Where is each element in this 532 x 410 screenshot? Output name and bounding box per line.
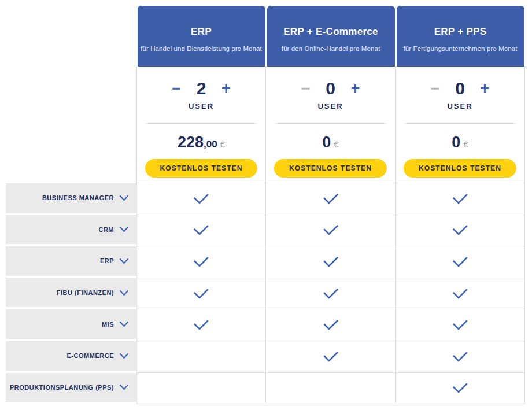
pricing-table: ERP für Handel und Dienstleistung pro Mo… xyxy=(0,0,532,404)
feature-row-label: E-COMMERCE xyxy=(67,352,114,359)
check-icon xyxy=(193,193,210,205)
divider xyxy=(275,123,386,124)
user-stepper: − 2 + xyxy=(163,79,239,98)
feature-cell xyxy=(136,215,266,247)
feature-cell xyxy=(136,246,266,278)
feature-cell xyxy=(266,246,396,278)
user-count: 2 xyxy=(190,79,213,98)
increase-user-button[interactable]: + xyxy=(342,79,369,98)
feature-row-toggle[interactable]: CRM xyxy=(6,215,136,247)
plan-header: ERP + PPS für Fertigungsunternehmen pro … xyxy=(397,6,524,67)
feature-cell xyxy=(266,215,396,247)
check-icon xyxy=(193,288,210,300)
feature-row-label: CRM xyxy=(98,226,114,233)
feature-cell xyxy=(396,341,525,373)
price: 0€ xyxy=(452,135,468,152)
plan-title: ERP + PPS xyxy=(434,26,487,38)
price-amount: 0 xyxy=(322,134,331,151)
chevron-down-icon xyxy=(119,258,129,264)
feature-row-toggle[interactable]: BUSINESS MANAGER xyxy=(6,183,136,215)
plan-pricing-panel: − 2 + USER 228,00€ KOSTENLOS TESTEN xyxy=(136,67,266,183)
check-icon xyxy=(322,256,339,268)
decrease-user-button[interactable]: − xyxy=(163,79,190,98)
feature-cell xyxy=(266,309,396,341)
feature-row-label: BUSINESS MANAGER xyxy=(42,194,114,201)
feature-row-toggle[interactable]: E-COMMERCE xyxy=(6,341,136,373)
feature-row-toggle[interactable]: PRODUKTIONSPLANUNG (PPS) xyxy=(6,373,136,405)
check-icon xyxy=(193,224,210,236)
feature-cell xyxy=(396,215,525,247)
increase-user-button[interactable]: + xyxy=(213,79,239,98)
feature-cell xyxy=(396,278,525,310)
plan-subtitle: für den Online-Handel pro Monat xyxy=(282,45,380,52)
price-amount: 228 xyxy=(178,134,204,151)
feature-row-label: ERP xyxy=(100,257,114,264)
feature-row-label: MIS xyxy=(102,321,114,328)
increase-user-button[interactable]: + xyxy=(472,79,498,98)
plan-pricing-panel: − 0 + USER 0€ KOSTENLOS TESTEN xyxy=(396,67,525,183)
feature-cell xyxy=(136,309,266,341)
feature-cell xyxy=(136,183,266,215)
feature-cell xyxy=(396,309,525,341)
kostenlos-testen-button[interactable]: KOSTENLOS TESTEN xyxy=(404,159,516,178)
user-stepper: − 0 + xyxy=(422,79,498,98)
user-count: 0 xyxy=(319,79,342,98)
chevron-down-icon xyxy=(119,321,129,327)
feature-cell xyxy=(266,373,396,405)
feature-row-toggle[interactable]: ERP xyxy=(6,246,136,278)
feature-cell xyxy=(396,373,525,405)
check-icon xyxy=(193,319,210,331)
feature-cell xyxy=(396,246,525,278)
price-currency: € xyxy=(463,139,468,149)
plan-header: ERP + E-Commerce für den Online-Handel p… xyxy=(267,6,395,67)
price-decimal: ,00 xyxy=(204,139,217,150)
user-label: USER xyxy=(447,102,472,110)
chevron-down-icon xyxy=(119,384,129,390)
plan-pricing-panel: − 0 + USER 0€ KOSTENLOS TESTEN xyxy=(266,67,396,183)
empty-cell xyxy=(6,6,136,67)
decrease-user-button[interactable]: − xyxy=(422,79,449,98)
divider xyxy=(146,123,257,124)
plan-subtitle: für Handel und Dienstleistung pro Monat xyxy=(141,45,262,52)
chevron-down-icon xyxy=(119,290,129,296)
check-icon xyxy=(322,319,339,331)
user-count: 0 xyxy=(449,79,472,98)
feature-row-label: PRODUKTIONSPLANUNG (PPS) xyxy=(10,384,114,391)
feature-cell xyxy=(266,278,396,310)
price-currency: € xyxy=(334,139,338,149)
user-stepper: − 0 + xyxy=(293,79,369,98)
feature-cell xyxy=(266,341,396,373)
chevron-down-icon xyxy=(119,226,129,232)
empty-cell xyxy=(6,67,136,183)
price-amount: 0 xyxy=(452,134,460,151)
check-icon xyxy=(452,351,469,363)
kostenlos-testen-button[interactable]: KOSTENLOS TESTEN xyxy=(274,159,387,178)
check-icon xyxy=(452,224,469,236)
check-icon xyxy=(322,224,339,236)
feature-row-toggle[interactable]: MIS xyxy=(6,309,136,341)
price-currency: € xyxy=(220,139,225,149)
check-icon xyxy=(193,256,210,268)
check-icon xyxy=(322,288,339,300)
feature-cell xyxy=(396,183,525,215)
price: 228,00€ xyxy=(178,135,225,152)
user-label: USER xyxy=(317,102,343,110)
kostenlos-testen-button[interactable]: KOSTENLOS TESTEN xyxy=(145,159,258,178)
plan-title: ERP xyxy=(191,26,212,38)
check-icon xyxy=(452,193,469,205)
check-icon xyxy=(322,351,339,363)
chevron-down-icon xyxy=(119,195,129,201)
decrease-user-button[interactable]: − xyxy=(293,79,319,98)
check-icon xyxy=(452,288,469,300)
chevron-down-icon xyxy=(119,353,129,359)
price: 0€ xyxy=(322,135,338,152)
check-icon xyxy=(452,382,469,394)
plan-header: ERP für Handel und Dienstleistung pro Mo… xyxy=(138,6,265,67)
check-icon xyxy=(452,256,469,268)
check-icon xyxy=(452,319,469,331)
check-icon xyxy=(322,193,339,205)
feature-cell xyxy=(136,278,266,310)
plan-subtitle: für Fertigungsunternehmen pro Monat xyxy=(403,45,517,52)
feature-row-toggle[interactable]: FIBU (FINANZEN) xyxy=(6,278,136,310)
feature-cell xyxy=(136,341,266,373)
